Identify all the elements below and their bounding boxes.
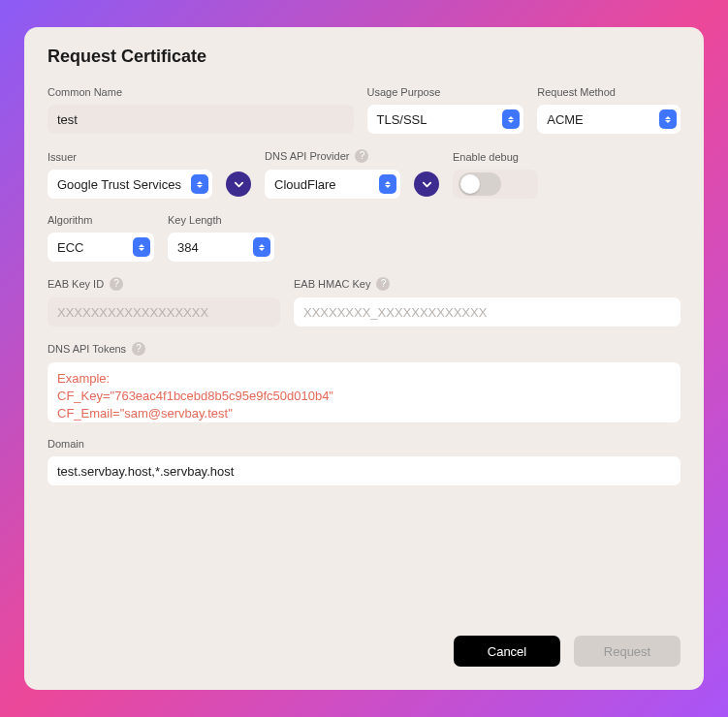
- updown-icon: [191, 174, 208, 194]
- label-issuer: Issuer: [47, 151, 212, 163]
- help-icon[interactable]: ?: [376, 277, 390, 291]
- eab-key-id-input[interactable]: [47, 297, 280, 327]
- label-dns-provider: DNS API Provider ?: [265, 149, 400, 163]
- toggle-knob: [460, 174, 480, 194]
- issuer-select[interactable]: Google Trust Services: [47, 170, 212, 199]
- page-title: Request Certificate: [47, 47, 681, 67]
- label-eab-key-id: EAB Key ID ?: [47, 277, 280, 291]
- request-method-select[interactable]: ACME: [537, 105, 681, 134]
- issuer-expand-button[interactable]: [226, 171, 251, 197]
- label-eab-hmac-key: EAB HMAC Key ?: [294, 277, 681, 291]
- chevron-down-icon: [234, 179, 244, 190]
- dns-tokens-textarea[interactable]: [47, 362, 681, 422]
- help-icon[interactable]: ?: [110, 277, 123, 291]
- algorithm-select[interactable]: ECC: [47, 233, 154, 262]
- label-usage-purpose: Usage Purpose: [367, 86, 524, 98]
- enable-debug-toggle[interactable]: [459, 172, 501, 196]
- updown-icon: [379, 174, 396, 194]
- label-request-method: Request Method: [537, 86, 681, 98]
- label-enable-debug: Enable debug: [453, 151, 538, 163]
- label-common-name: Common Name: [47, 86, 354, 98]
- label-dns-tokens: DNS API Tokens ?: [47, 342, 681, 356]
- updown-icon: [253, 237, 270, 257]
- request-certificate-dialog: Request Certificate Common Name Usage Pu…: [24, 27, 704, 690]
- dns-provider-select[interactable]: CloudFlare: [265, 170, 400, 199]
- dialog-footer: Cancel Request: [47, 624, 681, 667]
- updown-icon: [502, 109, 520, 129]
- dns-expand-button[interactable]: [414, 171, 439, 197]
- label-algorithm: Algorithm: [47, 214, 154, 226]
- domain-input[interactable]: [47, 456, 681, 485]
- common-name-input[interactable]: [47, 105, 354, 134]
- updown-icon: [133, 237, 150, 257]
- help-icon[interactable]: ?: [132, 342, 145, 356]
- updown-icon: [659, 109, 677, 129]
- label-key-length: Key Length: [168, 214, 274, 226]
- label-domain: Domain: [47, 438, 681, 450]
- usage-purpose-select[interactable]: TLS/SSL: [367, 105, 524, 134]
- eab-hmac-key-input[interactable]: [294, 297, 681, 327]
- chevron-down-icon: [422, 179, 432, 190]
- request-button[interactable]: Request: [574, 636, 681, 667]
- key-length-select[interactable]: 384: [168, 233, 274, 262]
- help-icon[interactable]: ?: [355, 149, 368, 163]
- form: Common Name Usage Purpose TLS/SSL Reques…: [47, 86, 681, 624]
- cancel-button[interactable]: Cancel: [454, 636, 560, 667]
